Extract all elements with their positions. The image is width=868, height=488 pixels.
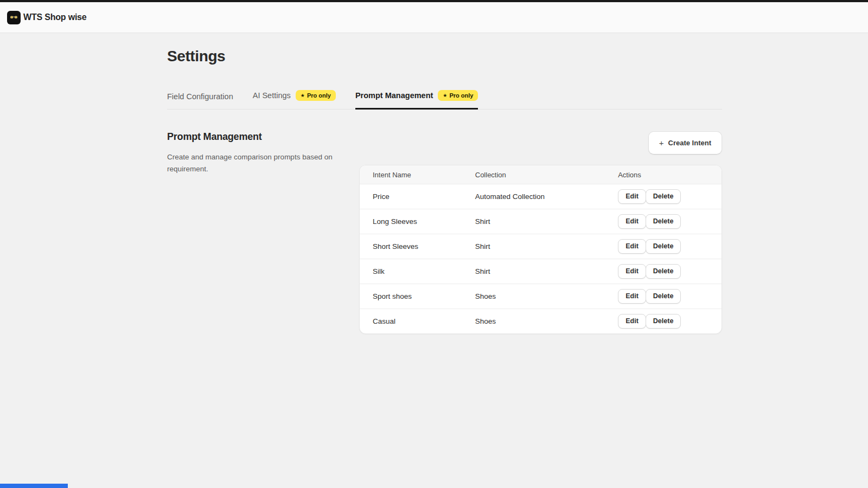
delete-button[interactable]: Delete (646, 264, 681, 279)
settings-tabs: Field Configuration AI Settings ★ Pro on… (167, 90, 722, 110)
app-topbar: WTS Shop wise (0, 2, 868, 33)
intent-name-cell: Short Sleeves (360, 234, 467, 259)
tab-label: AI Settings (253, 91, 291, 100)
delete-button[interactable]: Delete (646, 214, 681, 229)
collection-cell: Shirt (467, 209, 609, 234)
toolbar: + Create Intent (359, 131, 722, 155)
create-intent-label: Create Intent (668, 139, 711, 147)
delete-button[interactable]: Delete (646, 239, 681, 254)
row-action-group: Edit Delete (618, 189, 681, 204)
actions-cell: Edit Delete (609, 184, 722, 209)
intent-name-cell: Price (360, 184, 467, 209)
bottom-progress-bar (0, 484, 68, 488)
table-header: Intent Name Collection Actions (360, 165, 722, 184)
row-action-group: Edit Delete (618, 239, 681, 254)
star-icon: ★ (443, 93, 447, 98)
table-row: Sport shoes Shoes Edit Delete (360, 284, 722, 309)
collection-cell: Automated Collection (467, 184, 609, 209)
section-title: Prompt Management (167, 131, 347, 143)
actions-cell: Edit Delete (609, 284, 722, 309)
delete-button[interactable]: Delete (646, 189, 681, 204)
collection-cell: Shoes (467, 284, 609, 309)
actions-cell: Edit Delete (609, 209, 722, 234)
plus-icon: + (659, 139, 664, 147)
collection-cell: Shoes (467, 309, 609, 334)
settings-page: Settings Field Configuration AI Settings… (0, 33, 722, 334)
actions-cell: Edit Delete (609, 259, 722, 284)
table-row: Silk Shirt Edit Delete (360, 259, 722, 284)
pro-badge-label: Pro only (449, 92, 473, 99)
actions-cell: Edit Delete (609, 234, 722, 259)
tab-label: Field Configuration (167, 92, 233, 101)
tab-prompt-management[interactable]: Prompt Management ★ Pro only (355, 90, 478, 109)
row-action-group: Edit Delete (618, 264, 681, 279)
edit-button[interactable]: Edit (618, 314, 646, 329)
collection-cell: Shirt (467, 234, 609, 259)
column-header-actions: Actions (609, 165, 722, 184)
star-icon: ★ (301, 93, 305, 98)
edit-button[interactable]: Edit (618, 214, 646, 229)
pro-only-badge: ★ Pro only (296, 90, 336, 101)
collection-cell: Shirt (467, 259, 609, 284)
edit-button[interactable]: Edit (618, 289, 646, 304)
intents-table: Intent Name Collection Actions Price Aut… (360, 165, 722, 333)
create-intent-button[interactable]: + Create Intent (648, 131, 722, 155)
prompt-management-section: Prompt Management Create and manage comp… (167, 131, 722, 334)
table-row: Short Sleeves Shirt Edit Delete (360, 234, 722, 259)
table-row: Price Automated Collection Edit Delete (360, 184, 722, 209)
intent-name-cell: Casual (360, 309, 467, 334)
actions-cell: Edit Delete (609, 309, 722, 334)
intent-name-cell: Long Sleeves (360, 209, 467, 234)
tab-ai-settings[interactable]: AI Settings ★ Pro only (253, 90, 336, 109)
table-row: Casual Shoes Edit Delete (360, 309, 722, 334)
edit-button[interactable]: Edit (618, 239, 646, 254)
delete-button[interactable]: Delete (646, 289, 681, 304)
edit-button[interactable]: Edit (618, 264, 646, 279)
table-row: Long Sleeves Shirt Edit Delete (360, 209, 722, 234)
row-action-group: Edit Delete (618, 214, 681, 229)
pro-only-badge: ★ Pro only (438, 90, 478, 101)
section-content-column: + Create Intent Intent Name Collection A… (359, 131, 722, 334)
edit-button[interactable]: Edit (618, 189, 646, 204)
tab-label: Prompt Management (355, 91, 433, 100)
intent-name-cell: Silk (360, 259, 467, 284)
pro-badge-label: Pro only (307, 92, 331, 99)
intent-name-cell: Sport shoes (360, 284, 467, 309)
column-header-collection: Collection (467, 165, 609, 184)
column-header-intent-name: Intent Name (360, 165, 467, 184)
tab-field-configuration[interactable]: Field Configuration (167, 92, 233, 109)
page-title: Settings (167, 48, 722, 65)
row-action-group: Edit Delete (618, 314, 681, 329)
app-name: WTS Shop wise (23, 12, 87, 22)
section-description: Create and manage comparison prompts bas… (167, 151, 347, 175)
app-logo-icon (7, 11, 21, 24)
section-description-column: Prompt Management Create and manage comp… (167, 131, 347, 334)
delete-button[interactable]: Delete (646, 314, 681, 329)
row-action-group: Edit Delete (618, 289, 681, 304)
intents-table-card: Intent Name Collection Actions Price Aut… (359, 165, 722, 334)
